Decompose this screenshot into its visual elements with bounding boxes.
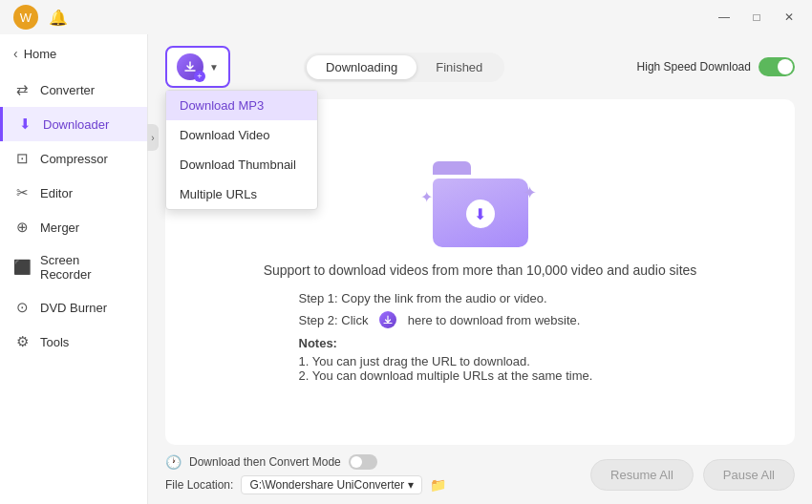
- folder-body: ⬇: [433, 178, 528, 247]
- sparkle-right-icon: ✦: [523, 182, 537, 203]
- bottom-left-controls: 🕐 Download then Convert Mode File Locati…: [165, 454, 577, 494]
- notes-section: Notes: 1. You can just drag the URL to d…: [299, 336, 662, 383]
- bottom-actions: Resume All Pause All: [590, 459, 795, 491]
- tab-switcher: Downloading Finished: [304, 52, 504, 82]
- note1: 1. You can just drag the URL to download…: [299, 354, 662, 368]
- content-panel: + ▼ Download MP3 Download Video Download…: [148, 34, 812, 504]
- resume-all-button[interactable]: Resume All: [590, 459, 694, 491]
- convert-toggle-thumb: [351, 456, 362, 468]
- sidebar-label-dvd-burner: DVD Burner: [40, 301, 107, 315]
- sidebar-label-merger: Merger: [40, 220, 79, 235]
- sidebar-item-merger[interactable]: ⊕ Merger: [0, 210, 147, 244]
- notes-title: Notes:: [299, 336, 662, 350]
- sidebar-label-compressor: Compressor: [40, 152, 108, 166]
- sidebar-item-dvd-burner[interactable]: ⊙ DVD Burner: [0, 290, 147, 325]
- folder-open-icon[interactable]: 📁: [430, 477, 446, 493]
- sidebar-label-tools: Tools: [40, 335, 69, 349]
- bottombar: 🕐 Download then Convert Mode File Locati…: [148, 445, 812, 504]
- dropdown-chevron-icon: ▼: [209, 62, 219, 73]
- sidebar-label-downloader: Downloader: [43, 117, 109, 132]
- high-speed-download-toggle-wrapper: High Speed Download: [637, 57, 795, 76]
- titlebar: W 🔔 — □ ✕: [0, 0, 812, 34]
- convert-mode-toggle[interactable]: [349, 454, 377, 470]
- step2-download-icon: [379, 311, 396, 328]
- sidebar-item-screen-recorder[interactable]: ⬛ Screen Recorder: [0, 244, 147, 290]
- folder-illustration: ✦ ⬇ ✦: [428, 161, 533, 247]
- file-location-label: File Location:: [165, 478, 233, 492]
- sparkle-left-icon: ✦: [420, 188, 433, 206]
- back-home-label: Home: [24, 47, 57, 61]
- note2: 2. You can download multiple URLs at the…: [299, 368, 662, 383]
- step2-suffix: here to download from website.: [408, 313, 581, 327]
- tab-finished[interactable]: Finished: [417, 55, 502, 79]
- download-plus-icon: +: [194, 71, 205, 82]
- screen-recorder-icon: ⬛: [13, 259, 31, 276]
- high-speed-toggle[interactable]: [759, 57, 795, 76]
- notification-icon[interactable]: 🔔: [46, 5, 71, 30]
- pause-all-button[interactable]: Pause All: [703, 459, 795, 491]
- dropdown-item-multiple-urls[interactable]: Multiple URLs: [166, 179, 317, 209]
- maximize-button[interactable]: □: [743, 8, 770, 27]
- folder-download-arrow-icon: ⬇: [466, 200, 495, 228]
- compressor-icon: ⊡: [13, 150, 31, 167]
- download-dropdown-menu: Download MP3 Download Video Download Thu…: [165, 90, 318, 210]
- sidebar-label-editor: Editor: [40, 186, 73, 200]
- folder-tab: [433, 161, 471, 175]
- minimize-button[interactable]: —: [711, 8, 737, 27]
- sidebar-item-compressor[interactable]: ⊡ Compressor: [0, 141, 147, 176]
- tools-icon: ⚙: [13, 333, 31, 350]
- toggle-thumb: [778, 59, 793, 74]
- step2-prefix: Step 2: Click: [299, 313, 369, 327]
- file-path-text: G:\Wondershare UniConverter: [249, 478, 404, 492]
- file-path-chevron-icon: ▾: [408, 478, 414, 492]
- dropdown-item-download-thumbnail[interactable]: Download Thumbnail: [166, 150, 317, 179]
- support-text: Support to download videos from more tha…: [264, 262, 697, 278]
- convert-mode-label: Download then Convert Mode: [189, 455, 341, 469]
- main-layout: ‹ Home ⇄ Converter ⬇ Downloader › ⊡ Comp…: [0, 34, 812, 504]
- close-button[interactable]: ✕: [776, 8, 802, 27]
- dvd-burner-icon: ⊙: [13, 299, 31, 316]
- topbar: + ▼ Download MP3 Download Video Download…: [148, 34, 812, 99]
- tab-downloading[interactable]: Downloading: [307, 55, 417, 79]
- sidebar-label-screen-recorder: Screen Recorder: [40, 253, 134, 282]
- sidebar-item-tools[interactable]: ⚙ Tools: [0, 325, 147, 359]
- sidebar-collapse-handle[interactable]: ›: [147, 124, 159, 151]
- dropdown-item-download-mp3[interactable]: Download MP3: [166, 91, 317, 120]
- download-main-button[interactable]: + ▼: [165, 46, 230, 88]
- back-arrow-icon: ‹: [13, 46, 18, 61]
- clock-icon: 🕐: [165, 454, 182, 470]
- converter-icon: ⇄: [13, 81, 31, 98]
- step2-text: Step 2: Click here to download from webs…: [299, 311, 662, 328]
- file-location-select[interactable]: G:\Wondershare UniConverter ▾: [241, 475, 422, 494]
- download-button-wrapper: + ▼ Download MP3 Download Video Download…: [165, 46, 230, 88]
- sidebar-item-editor[interactable]: ✂ Editor: [0, 176, 147, 210]
- steps-box: Step 1: Copy the link from the audio or …: [299, 291, 662, 383]
- downloader-icon: ⬇: [16, 116, 33, 133]
- dropdown-item-download-video[interactable]: Download Video: [166, 120, 317, 150]
- titlebar-icons: W 🔔: [13, 5, 71, 30]
- file-location-row: File Location: G:\Wondershare UniConvert…: [165, 475, 577, 494]
- step1-text: Step 1: Copy the link from the audio or …: [299, 291, 662, 305]
- app-icon: W: [13, 5, 38, 30]
- sidebar: ‹ Home ⇄ Converter ⬇ Downloader › ⊡ Comp…: [0, 34, 148, 504]
- back-home-button[interactable]: ‹ Home: [0, 38, 147, 69]
- sidebar-item-downloader[interactable]: ⬇ Downloader ›: [0, 107, 147, 141]
- sidebar-item-converter[interactable]: ⇄ Converter: [0, 73, 147, 107]
- editor-icon: ✂: [13, 184, 31, 201]
- sidebar-label-converter: Converter: [40, 83, 95, 97]
- merger-icon: ⊕: [13, 219, 31, 236]
- download-icon-circle: +: [177, 53, 203, 80]
- convert-mode-row: 🕐 Download then Convert Mode: [165, 454, 577, 470]
- high-speed-download-label: High Speed Download: [637, 60, 751, 74]
